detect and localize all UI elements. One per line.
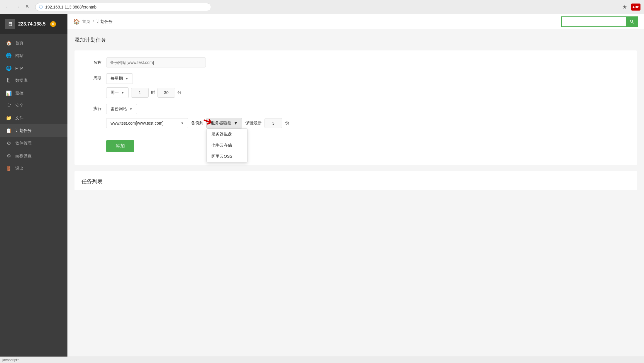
address-bar[interactable]: ⓘ 192.168.1.113:8888/crontab — [35, 3, 211, 11]
content-area: 添加计划任务 名称 周期 每星期 ▼ — [67, 29, 644, 357]
sidebar-label-crontab: 计划任务 — [15, 128, 32, 133]
sidebar-item-monitor[interactable]: 📊 监控 — [0, 87, 67, 99]
sidebar-item-logout[interactable]: 🚪 退出 — [0, 162, 67, 175]
adblock-button[interactable]: ABP — [631, 4, 640, 11]
url-display: 192.168.1.113:8888/crontab — [45, 5, 96, 9]
sidebar: 🖥 223.74.168.5 0 🏠 首页 🌐 网站 🌐 FTP 🗄 数据库 — [0, 14, 67, 357]
logout-icon: 🚪 — [6, 166, 12, 171]
search-button[interactable] — [626, 16, 638, 27]
monitor-nav-icon: 📊 — [6, 90, 12, 96]
execute-type-row: 备份网站 ▼ — [106, 104, 628, 114]
search-input[interactable] — [561, 16, 626, 27]
form-section: 名称 周期 每星期 ▼ — [74, 50, 637, 165]
nav-buttons: ← → ↻ — [4, 3, 32, 11]
sidebar-item-ftp[interactable]: 🌐 FTP — [0, 62, 67, 74]
sidebar-item-files[interactable]: 📁 文件 — [0, 112, 67, 124]
execute-arrow-icon: ▼ — [129, 107, 133, 111]
minute-input[interactable] — [157, 88, 175, 98]
backup-option-qiniu[interactable]: 七牛云存储 — [207, 140, 247, 151]
sidebar-header: 🖥 223.74.168.5 0 — [0, 14, 67, 34]
backup-to-dropdown[interactable]: 服务器磁盘 ▼ — [206, 118, 242, 128]
sidebar-item-home[interactable]: 🏠 首页 — [0, 37, 67, 49]
name-input[interactable] — [106, 57, 206, 67]
reload-button[interactable]: ↻ — [23, 3, 32, 11]
sidebar-nav: 🏠 首页 🌐 网站 🌐 FTP 🗄 数据库 📊 监控 🛡 安全 — [0, 34, 67, 357]
breadcrumb-separator: / — [93, 19, 94, 24]
backup-to-value: 服务器磁盘 — [211, 121, 231, 126]
sidebar-label-ftp: FTP — [15, 66, 23, 71]
execute-row: 执行 备份网站 ▼ www.test.com[www.test.com] — [84, 104, 628, 152]
folder-icon: 📁 — [6, 115, 12, 121]
execute-type-dropdown[interactable]: 备份网站 ▼ — [106, 104, 137, 114]
sidebar-label-files: 文件 — [15, 116, 23, 121]
backup-option-aliyun-oss[interactable]: 阿里云OSS — [207, 151, 247, 162]
forward-button[interactable]: → — [13, 3, 22, 11]
sidebar-label-security: 安全 — [15, 103, 23, 108]
main-content: 🏠 首页 / 计划任务 添加计划任务 名称 — [67, 14, 644, 357]
sidebar-label-logout: 退出 — [15, 166, 23, 171]
crontab-icon: 📋 — [6, 128, 12, 133]
execute-controls: 备份网站 ▼ www.test.com[www.test.com] ▼ — [106, 104, 628, 152]
sidebar-label-monitor: 监控 — [15, 91, 23, 96]
app-layout: 🖥 223.74.168.5 0 🏠 首页 🌐 网站 🌐 FTP 🗄 数据库 — [0, 14, 644, 357]
execute-type-value: 备份网站 — [111, 106, 127, 112]
day-value: 周一 — [111, 90, 119, 95]
hour-input[interactable] — [131, 88, 149, 98]
status-text: javascript:: — [2, 358, 19, 362]
sidebar-item-security[interactable]: 🛡 安全 — [0, 99, 67, 112]
website-value: www.test.com[www.test.com] — [111, 121, 163, 125]
sidebar-label-panel: 面板设置 — [15, 153, 32, 159]
website-select-dropdown[interactable]: www.test.com[www.test.com] ▼ — [106, 118, 188, 128]
sidebar-item-software[interactable]: ⚙ 软件管理 — [0, 137, 67, 150]
day-dropdown[interactable]: 周一 ▼ — [106, 87, 129, 98]
hour-unit: 时 — [151, 90, 155, 95]
database-icon: 🗄 — [6, 78, 12, 83]
period-arrow-icon: ▼ — [125, 77, 128, 80]
status-bar: javascript:: — [0, 357, 644, 363]
sidebar-item-website[interactable]: 🌐 网站 — [0, 49, 67, 62]
software-icon: ⚙ — [6, 140, 12, 146]
execute-label: 执行 — [84, 104, 101, 111]
sidebar-item-crontab[interactable]: 📋 计划任务 — [0, 124, 67, 137]
task-list-header: 任务列表 — [74, 171, 637, 190]
minute-unit: 分 — [177, 90, 182, 95]
sidebar-logo: 🖥 — [5, 19, 15, 29]
browser-actions: ★ ABP — [621, 3, 640, 11]
sidebar-label-database: 数据库 — [15, 78, 28, 83]
sidebar-item-panel[interactable]: ⚙ 面板设置 — [0, 150, 67, 162]
search-icon — [629, 19, 635, 24]
period-label: 周期 — [84, 73, 101, 81]
backup-to-menu: 服务器磁盘 七牛云存储 阿里云OSS — [206, 128, 248, 162]
name-row: 名称 — [84, 57, 628, 67]
top-bar: 🏠 首页 / 计划任务 — [67, 14, 644, 29]
add-task-title: 添加计划任务 — [74, 36, 637, 43]
period-row: 周期 每星期 ▼ 周一 ▼ — [84, 73, 628, 98]
sidebar-label-home: 首页 — [15, 40, 23, 46]
breadcrumb-current: 计划任务 — [96, 19, 113, 24]
breadcrumb-home-icon: 🏠 — [73, 18, 80, 25]
period-dropdown[interactable]: 每星期 ▼ — [106, 73, 133, 84]
sidebar-label-software: 软件管理 — [15, 141, 32, 146]
period-time-row: 周一 ▼ 时 分 — [106, 87, 628, 98]
backup-option-server-disk[interactable]: 服务器磁盘 — [207, 129, 247, 140]
browser-chrome: ← → ↻ ⓘ 192.168.1.113:8888/crontab ★ ABP — [0, 0, 644, 14]
name-label: 名称 — [84, 57, 101, 65]
lock-icon: ⓘ — [39, 4, 43, 10]
website-select-row: www.test.com[www.test.com] ▼ 备份到 服务器磁盘 ▼ — [106, 118, 628, 128]
breadcrumb: 🏠 首页 / 计划任务 — [73, 18, 113, 25]
task-list-title: 任务列表 — [82, 178, 630, 185]
backup-to-label: 备份到 — [191, 121, 204, 126]
add-button-row: 添加 — [106, 138, 628, 152]
keep-latest-unit: 份 — [285, 121, 289, 126]
back-button[interactable]: ← — [4, 3, 12, 11]
period-value: 每星期 — [111, 76, 123, 81]
bookmark-button[interactable]: ★ — [621, 3, 629, 11]
sidebar-ip: 223.74.168.5 — [18, 21, 45, 27]
keep-latest-input[interactable] — [265, 118, 282, 128]
add-button[interactable]: 添加 — [106, 140, 134, 152]
breadcrumb-home: 首页 — [82, 19, 90, 24]
backup-to-container: 服务器磁盘 ▼ 服务器磁盘 七牛云存储 阿里云OSS — [206, 118, 242, 128]
sidebar-item-database[interactable]: 🗄 数据库 — [0, 74, 67, 87]
sidebar-label-website: 网站 — [15, 53, 23, 58]
monitor-icon: 🖥 — [7, 21, 13, 27]
